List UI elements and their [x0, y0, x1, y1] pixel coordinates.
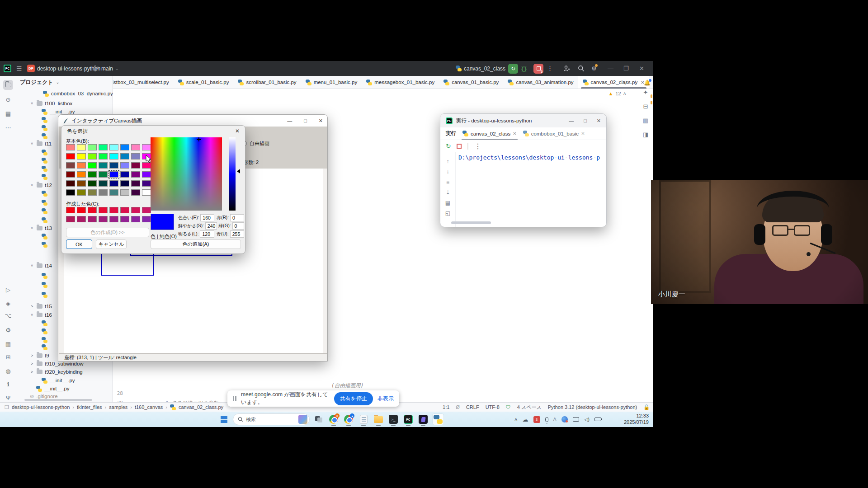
soft-wrap-icon[interactable]: ≡	[446, 179, 449, 185]
run-tab[interactable]: canvas_02_class ✕	[462, 127, 517, 140]
more-actions-button[interactable]: ⋮	[547, 61, 553, 76]
sidebar-item-services[interactable]: ⚙	[3, 325, 13, 335]
kebab-icon[interactable]: ⋮	[474, 142, 481, 150]
caret-position[interactable]: 1:1	[443, 404, 449, 410]
line-separator[interactable]: CRLF	[466, 404, 479, 410]
color-swatch[interactable]	[120, 153, 129, 160]
lock-open-icon[interactable]: 🔓	[643, 404, 650, 410]
tree-row[interactable]	[42, 232, 50, 240]
custom-color-swatch[interactable]	[131, 207, 140, 213]
hide-link[interactable]: 非表示	[377, 395, 394, 403]
window-minimize-button[interactable]: —	[608, 61, 613, 76]
battery-icon[interactable]	[594, 418, 601, 421]
print-icon[interactable]: ▤	[445, 200, 450, 206]
hue-input[interactable]: 160	[200, 214, 214, 221]
tree-row[interactable]	[42, 124, 50, 132]
color-swatch[interactable]	[77, 162, 86, 169]
color-swatch[interactable]	[109, 144, 118, 150]
custom-color-swatch[interactable]	[120, 207, 129, 213]
custom-color-swatch[interactable]	[77, 216, 86, 222]
editor-tab[interactable]: canvas_01_basic.py	[439, 76, 503, 89]
tree-row[interactable]	[42, 319, 50, 327]
kebab-icon[interactable]: ⋮	[633, 80, 638, 86]
documentation-icon[interactable]: ▥	[643, 117, 648, 124]
color-swatch[interactable]	[66, 171, 75, 178]
run-title-bar[interactable]: PC 実行 - desktop-ui-lessons-python — □ ✕	[440, 114, 606, 127]
pycharm-button[interactable]: PC	[402, 413, 414, 425]
sidebar-item-python-packages[interactable]: ◈	[3, 298, 13, 308]
color-swatch[interactable]	[66, 153, 75, 160]
color-swatch[interactable]	[77, 171, 86, 178]
color-swatch[interactable]	[77, 144, 86, 150]
breadcrumb-item[interactable]: tkinter_files	[77, 404, 102, 410]
clear-icon[interactable]: ◱	[445, 210, 450, 216]
color-swatch[interactable]	[109, 153, 118, 160]
blue-input[interactable]: 255	[230, 230, 244, 238]
tree-chevron-icon[interactable]: ˅	[31, 141, 34, 146]
microphone-icon[interactable]	[545, 417, 548, 422]
color-swatch[interactable]	[88, 189, 97, 196]
interpreter[interactable]: Python 3.12 (desktop-ui-lessons-python)	[548, 404, 637, 410]
color-swatch[interactable]	[77, 180, 86, 187]
sidebar-item-structure[interactable]: ▤	[3, 108, 13, 118]
tree-row[interactable]	[42, 198, 50, 206]
highlighting-icon[interactable]: Ø	[456, 404, 460, 410]
color-swatch[interactable]	[77, 189, 86, 196]
code-with-me-button[interactable]	[563, 61, 571, 76]
tree-row[interactable]	[42, 291, 50, 299]
onedrive-cloud-icon[interactable]: ☁	[523, 416, 528, 423]
tab-close-icon[interactable]: ✕	[513, 131, 516, 136]
color-swatch[interactable]	[142, 171, 151, 178]
custom-color-swatch[interactable]	[99, 207, 108, 213]
maximize-icon[interactable]: □	[584, 118, 587, 124]
tree-chevron-icon[interactable]: ˅	[31, 183, 34, 188]
tree-row[interactable]	[42, 272, 50, 280]
custom-color-swatch[interactable]	[142, 216, 151, 222]
cancel-button[interactable]: キャンセル	[96, 239, 127, 249]
color-swatch[interactable]	[120, 180, 129, 187]
tray-chevron-up-icon[interactable]: ˄	[514, 417, 517, 422]
tree-row[interactable]	[42, 156, 50, 164]
custom-color-swatch[interactable]	[109, 207, 118, 213]
color-swatch[interactable]	[99, 153, 108, 160]
tree-chevron-icon[interactable]: ˅	[31, 263, 34, 268]
stop-sharing-button[interactable]: 共有を停止	[334, 392, 373, 405]
run-config-widget[interactable]: canvas_02_class ⌄	[456, 61, 511, 76]
tree-row[interactable]	[42, 164, 50, 173]
breadcrumb-item[interactable]: canvas_02_class.py	[179, 404, 223, 410]
breadcrumb-item[interactable]: desktop-ui-lessons-python	[12, 404, 70, 410]
tree-row[interactable]: ˅ t11	[31, 140, 52, 148]
tree-row[interactable]: ˅ t13	[31, 224, 52, 232]
console-scrollbar[interactable]	[451, 221, 491, 224]
color-swatch[interactable]	[66, 180, 75, 187]
tree-row[interactable]	[42, 207, 50, 215]
custom-color-swatch[interactable]	[99, 216, 108, 222]
color-swatch[interactable]	[120, 144, 129, 150]
tree-row[interactable]	[42, 173, 50, 181]
sidebar-item-commit[interactable]: ⊙	[3, 94, 13, 104]
start-button[interactable]	[218, 413, 230, 425]
color-swatch[interactable]	[131, 153, 140, 160]
minimize-icon[interactable]: —	[287, 118, 292, 124]
tree-row[interactable]: __init__.py	[42, 376, 75, 385]
run-tab[interactable]: combobox_01_basic ✕	[523, 127, 585, 140]
ime-icon[interactable]: A	[553, 417, 557, 422]
color-swatch[interactable]	[66, 189, 75, 196]
tree-row[interactable]	[42, 189, 50, 197]
add-to-custom-colors-button[interactable]: 色の追加(A)	[151, 239, 241, 249]
color-swatch[interactable]	[99, 171, 108, 178]
dialog-title-bar[interactable]: 色を選択 ✕	[61, 126, 245, 136]
color-swatch[interactable]	[99, 144, 108, 150]
main-menu-button[interactable]: ☰	[16, 61, 22, 76]
custom-color-swatch[interactable]	[66, 207, 75, 213]
color-swatch[interactable]	[109, 171, 118, 178]
sat-input[interactable]: 240	[205, 222, 217, 230]
editor-tab[interactable]: listbox_03_multiselect.py	[113, 76, 174, 89]
red-input[interactable]: 0	[230, 214, 244, 221]
taskbar-clock[interactable]: 12:33 2025/07/19	[624, 413, 649, 426]
sidebar-item-run[interactable]: ▷	[3, 285, 13, 295]
up-icon[interactable]: ↑	[447, 158, 449, 164]
color-swatch[interactable]	[99, 162, 108, 169]
explorer-button[interactable]	[373, 413, 384, 425]
define-colors-button[interactable]: 色の作成(D) >>	[66, 228, 149, 237]
